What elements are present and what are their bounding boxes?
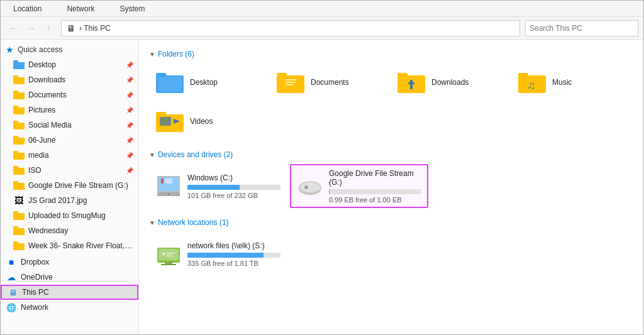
downloads-folder-icon (397, 70, 425, 94)
svg-rect-6 (286, 82, 296, 83)
folder-tile-label: Desktop (190, 78, 218, 87)
svg-rect-5 (286, 79, 297, 80)
sidebar-item-social-media[interactable]: Social Media 📌 (1, 118, 138, 133)
svg-rect-9 (397, 73, 408, 78)
network-icon: 🌐 (6, 302, 17, 313)
pin-icon: 📌 (126, 122, 133, 129)
device-info-network-s: network files (\\elk) (S:) 335 GB free o… (187, 241, 280, 267)
sidebar-label: Downloads (28, 75, 123, 84)
device-storage: 101 GB free of 232 GB (187, 192, 280, 199)
sidebar-item-desktop[interactable]: Desktop 📌 (1, 57, 138, 72)
svg-rect-32 (161, 264, 176, 265)
network-tile-elk-s[interactable]: network files (\\elk) (S:) 335 GB free o… (149, 232, 287, 276)
search-input[interactable] (530, 24, 634, 33)
quick-access-label: Quick access (18, 45, 62, 54)
documents-folder-icon (277, 70, 304, 94)
device-bar (329, 189, 330, 194)
folder-icon (13, 180, 25, 191)
pin-icon: 📌 (126, 77, 133, 84)
folder-icon (13, 225, 25, 236)
sidebar-item-06-june[interactable]: 06-June 📌 (1, 133, 138, 148)
svg-rect-2 (158, 77, 182, 91)
network-section-header[interactable]: ▼ Network locations (1) (149, 218, 633, 227)
sidebar-item-wednesday[interactable]: Wednesday (1, 223, 138, 238)
menu-system[interactable]: System (107, 2, 157, 16)
folder-tile-documents[interactable]: Documents (270, 63, 389, 101)
svg-rect-4 (277, 73, 287, 78)
pin-icon: 📌 (126, 92, 133, 99)
sidebar-item-media[interactable]: media 📌 (1, 148, 138, 163)
svg-text:♫: ♫ (527, 79, 536, 92)
explorer-window: Location Network System ← → ↑ 🖥 › This P… (0, 0, 644, 335)
sidebar-quick-access-header[interactable]: ★ Quick access (1, 42, 138, 57)
device-bar-container (329, 189, 421, 194)
menu-network[interactable]: Network (54, 2, 107, 16)
pin-icon: 📌 (126, 62, 133, 69)
sidebar-label: OneDrive (21, 273, 133, 282)
folder-tile-desktop[interactable]: Desktop (149, 63, 269, 101)
folder-icon (13, 150, 25, 161)
devices-grid: Windows (C:) 101 GB free of 232 GB (149, 164, 633, 208)
onedrive-icon: ☁ (6, 272, 17, 283)
folder-tile-downloads[interactable]: Downloads (391, 63, 510, 101)
sidebar-item-iso[interactable]: ISO 📌 (1, 163, 138, 178)
menu-location[interactable]: Location (1, 2, 54, 16)
device-bar-container (187, 253, 280, 258)
svg-rect-15 (156, 112, 166, 117)
sidebar-label: Wednesday (28, 226, 133, 235)
device-name: network files (\\elk) (S:) (187, 241, 280, 250)
folder-tile-label: Videos (190, 117, 213, 126)
sidebar-item-pictures[interactable]: Pictures 📌 (1, 102, 138, 118)
main-layout: ★ Quick access Desktop 📌 Downloads 📌 (1, 40, 643, 334)
svg-rect-7 (286, 84, 293, 85)
pin-icon: 📌 (126, 107, 133, 114)
address-bar[interactable]: 🖥 › This PC (61, 20, 520, 36)
sidebar-label: media (28, 151, 123, 160)
device-tile-gdrive-g[interactable]: Google Drive File Stream (G:) 0.99 EB fr… (290, 164, 428, 208)
folders-section-header[interactable]: ▼ Folders (6) (149, 50, 633, 58)
sidebar-item-week36[interactable]: Week 36- Snake River Float, K Gradu (1, 238, 138, 253)
devices-header-label: Devices and drives (2) (158, 150, 233, 159)
svg-rect-34 (166, 253, 175, 254)
sidebar-item-network[interactable]: 🌐 Network (1, 300, 138, 315)
folder-icon (13, 59, 25, 70)
device-info-gdrive-g: Google Drive File Stream (G:) 0.99 EB fr… (329, 169, 421, 204)
forward-button[interactable]: → (23, 21, 38, 36)
up-button[interactable]: ↑ (41, 21, 56, 36)
sidebar: ★ Quick access Desktop 📌 Downloads 📌 (1, 40, 139, 334)
sidebar-item-documents[interactable]: Documents 📌 (1, 87, 138, 102)
folder-tile-label: Documents (311, 78, 349, 87)
folder-icon (13, 210, 25, 221)
svg-rect-35 (166, 255, 172, 256)
sidebar-item-gdrive[interactable]: Google Drive File Stream (G:) (1, 178, 138, 193)
device-tile-windows-c[interactable]: Windows (C:) 101 GB free of 232 GB (149, 164, 287, 208)
pin-icon: 📌 (126, 137, 133, 144)
sidebar-item-dropbox[interactable]: ■ Dropbox (1, 255, 138, 270)
sidebar-label: Uploaded to SmugMug (28, 211, 133, 220)
device-name: Windows (C:) (187, 173, 280, 182)
devices-section-header[interactable]: ▼ Devices and drives (2) (149, 150, 633, 159)
network-drive-icon (156, 241, 181, 266)
star-icon: ★ (6, 45, 14, 55)
folder-icon (13, 135, 25, 146)
search-box[interactable] (525, 20, 638, 36)
folder-tile-music[interactable]: ♫ Music (511, 63, 631, 101)
sidebar-item-downloads[interactable]: Downloads 📌 (1, 72, 138, 87)
svg-rect-20 (165, 178, 172, 184)
sidebar-label: Documents (28, 91, 123, 99)
sidebar-item-this-pc[interactable]: 🖥 This PC (1, 285, 138, 300)
folder-icon (13, 89, 25, 101)
address-text: › This PC (79, 24, 111, 33)
folder-tile-label: Music (552, 78, 572, 87)
sidebar-item-onedrive[interactable]: ☁ OneDrive (1, 270, 138, 285)
folder-icon (13, 165, 25, 176)
svg-rect-16 (160, 117, 171, 126)
device-bar (187, 253, 264, 258)
back-button[interactable]: ← (6, 21, 21, 36)
gdrive-icon (297, 173, 323, 199)
computer-icon: 🖥 (67, 23, 75, 33)
sidebar-item-smugmug[interactable]: Uploaded to SmugMug (1, 208, 138, 223)
dropbox-icon: ■ (6, 256, 17, 268)
folder-tile-videos[interactable]: Videos (149, 102, 269, 140)
sidebar-item-js-grad[interactable]: 🖼 JS Grad 2017.jpg (1, 193, 138, 208)
